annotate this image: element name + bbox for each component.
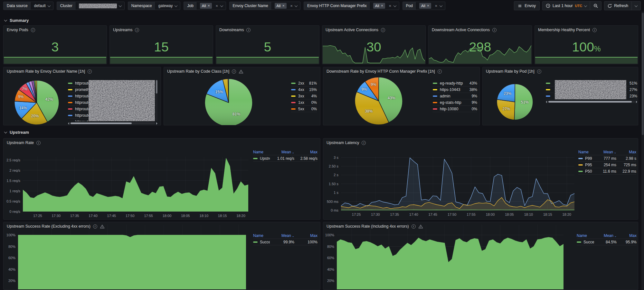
info-icon[interactable]: [246, 28, 251, 32]
info-icon[interactable]: [88, 69, 92, 74]
clear-selection-icon[interactable]: ✕: [290, 4, 293, 8]
legend-series-name[interactable]: Success Rate: [577, 240, 594, 244]
legend-row[interactable]: P95254 ms725 ms: [578, 162, 636, 168]
selected-option-chip[interactable]: All: [419, 3, 431, 9]
legend-header-name[interactable]: Name: [577, 233, 594, 238]
variable-value-dropdown[interactable]: All ✕: [197, 2, 226, 10]
panel-title[interactable]: Membership Healthy Percent: [538, 28, 597, 32]
variable-value-dropdown[interactable]: All ✕: [416, 2, 445, 10]
legend-row[interactable]: https-1044338%: [433, 86, 477, 93]
legend-header-name[interactable]: Name: [253, 233, 270, 238]
panel-title[interactable]: Upstream Success Rate (Including 4xx err…: [327, 224, 423, 229]
legend-row[interactable]: eg-stats-http9%: [433, 99, 477, 106]
legend-vertical-scrollbar[interactable]: [156, 80, 157, 121]
warning-icon[interactable]: [100, 224, 105, 229]
panel-title[interactable]: Upstream Rate by Envoy Cluster Name [1h]: [7, 69, 92, 74]
clear-selection-icon[interactable]: ✕: [215, 4, 218, 8]
panel-title[interactable]: Downstream Active Connections: [432, 28, 497, 32]
scroll-right-arrow[interactable]: [636, 101, 637, 103]
clear-selection-icon[interactable]: ✕: [435, 4, 437, 8]
variable-value-dropdown[interactable]: default: [31, 2, 53, 10]
legend-row[interactable]: eg-ready-http43%: [433, 80, 477, 86]
legend-row[interactable]: 3xx4%: [291, 93, 317, 99]
panel-title[interactable]: Downstream Rate by Envoy HTTP Conn Manag…: [327, 69, 442, 74]
info-icon[interactable]: [381, 28, 385, 32]
panel-title[interactable]: Upstream Latency: [327, 140, 366, 145]
legend-series-name[interactable]: P99: [578, 156, 594, 161]
warning-icon[interactable]: [418, 224, 423, 229]
refresh-button[interactable]: Refresh: [604, 2, 631, 10]
legend-row[interactable]: 5xx0%: [291, 106, 317, 112]
scroll-right-arrow[interactable]: [156, 122, 157, 125]
pie-chart[interactable]: 43%38%9%9%: [355, 77, 403, 125]
panel-title[interactable]: Upstream Active Connections: [326, 28, 385, 32]
selected-option-chip[interactable]: All: [275, 3, 287, 9]
variable-value-dropdown[interactable]: [76, 2, 124, 10]
info-icon[interactable]: [36, 141, 41, 145]
clear-selection-icon[interactable]: ✕: [389, 4, 391, 8]
zoom-out-time-button[interactable]: [590, 2, 601, 10]
legend-row[interactable]: Upstream1.01 req/s2.58 req/s: [253, 155, 317, 162]
scroll-left-arrow[interactable]: [68, 122, 69, 125]
info-icon[interactable]: [362, 141, 366, 145]
scroll-left-arrow[interactable]: [546, 101, 547, 103]
legend-header-mean[interactable]: Mean: [270, 150, 294, 154]
pie-chart[interactable]: 81%15%: [204, 78, 253, 125]
legend-row[interactable]: P99777 ms2.98 s: [578, 155, 636, 162]
legend-header-mean[interactable]: Mean: [594, 233, 617, 238]
legend-header-max[interactable]: Max: [294, 150, 317, 154]
refresh-interval-dropdown[interactable]: [631, 2, 640, 10]
panel-title[interactable]: Upstreams: [113, 28, 139, 32]
legend-series-name[interactable]: Success Rate: [253, 240, 270, 244]
legend-row[interactable]: http-100800%: [433, 106, 477, 112]
warning-icon[interactable]: [239, 69, 243, 74]
info-icon[interactable]: [592, 28, 597, 32]
panel-title[interactable]: Upstream Rate by Code Class [1h]: [167, 69, 243, 74]
legend-horizontal-scrollbar[interactable]: [68, 122, 157, 125]
time-range-picker[interactable]: Last 1 hour UTC: [543, 2, 590, 10]
legend-series-name[interactable]: P50: [578, 169, 594, 174]
legend-header-max[interactable]: Max: [616, 150, 636, 154]
section-upstream[interactable]: Upstream: [5, 130, 29, 135]
variable-value-dropdown[interactable]: gateway: [156, 2, 180, 10]
legend-horizontal-scrollbar[interactable]: [546, 100, 637, 103]
legend-header-max[interactable]: Max: [294, 233, 317, 238]
legend-row[interactable]: 1xx0%: [291, 99, 317, 106]
legend-header-mean[interactable]: Mean: [270, 233, 294, 238]
info-icon[interactable]: [438, 69, 442, 74]
panel-title[interactable]: Upstream Success Rate (Excluding 4xx err…: [7, 224, 105, 229]
pie-chart[interactable]: 51%27%23%: [497, 84, 533, 120]
pie-chart[interactable]: 42%20%14%9%7%: [14, 80, 59, 125]
variable-value-dropdown[interactable]: All ✕: [370, 2, 399, 10]
legend-header-name[interactable]: Name: [253, 150, 270, 154]
legend-row[interactable]: P5011.6 ms22.9 ms: [578, 168, 636, 175]
legend-header-max[interactable]: Max: [617, 233, 637, 238]
info-icon[interactable]: [537, 69, 541, 74]
legend-header-mean[interactable]: Mean: [594, 150, 616, 154]
legend-row[interactable]: Success Rate84.5%95.9%: [577, 239, 637, 245]
panel-title[interactable]: Upstream Rate by Pod [1h]: [486, 69, 541, 74]
legend-row[interactable]: 4xx15%: [291, 86, 317, 93]
variable-value-dropdown[interactable]: All ✕: [272, 2, 300, 10]
panel-title[interactable]: Envoy Pods: [7, 28, 35, 32]
info-icon[interactable]: [135, 28, 139, 32]
dashboard-title-button[interactable]: Envoy: [514, 1, 540, 10]
legend-row[interactable]: Success Rate99.9%100%: [253, 239, 317, 245]
info-icon[interactable]: [93, 224, 97, 229]
info-icon[interactable]: [232, 69, 236, 74]
section-summary[interactable]: Summary: [5, 18, 29, 23]
legend-row[interactable]: 2xx81%: [291, 80, 317, 86]
legend-header-name[interactable]: Name: [578, 150, 594, 154]
legend-series-name: eg-ready-http: [440, 81, 463, 86]
panel-title[interactable]: Downstreams: [219, 28, 251, 32]
selected-option-chip[interactable]: All: [200, 3, 212, 9]
info-icon[interactable]: [412, 224, 416, 229]
selected-option-chip[interactable]: All: [373, 3, 385, 9]
legend-row[interactable]: admin9%: [433, 93, 477, 99]
info-icon[interactable]: [492, 28, 497, 32]
page-scrollbar[interactable]: [641, 12, 644, 290]
panel-title[interactable]: Upstream Rate: [7, 140, 41, 145]
legend-series-name[interactable]: P95: [578, 163, 594, 167]
legend-series-name[interactable]: Upstream: [253, 156, 270, 161]
info-icon[interactable]: [31, 28, 35, 32]
